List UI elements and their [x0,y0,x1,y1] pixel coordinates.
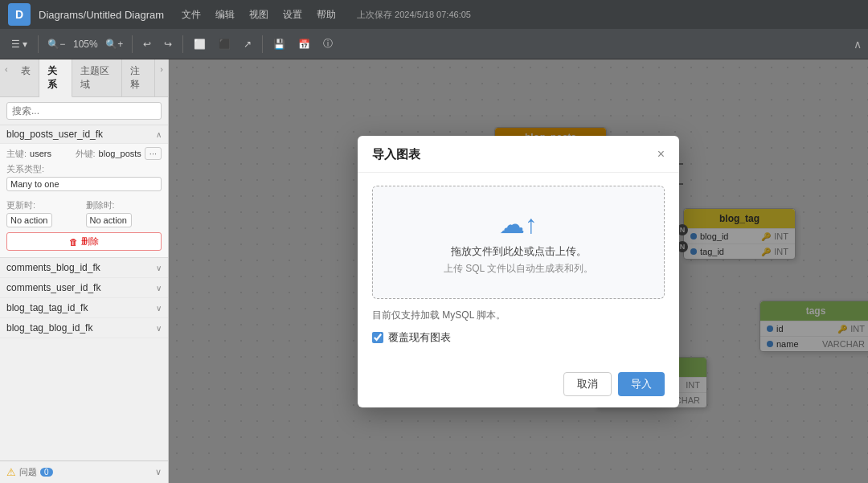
sidebar-next-arrow[interactable]: › [155,59,168,96]
chevron-down-icon: ∨ [156,304,162,313]
title-bar: D Diagrams/Untitled Diagram 文件 编辑 视图 设置 … [0,0,868,29]
overwrite-checkbox[interactable] [372,332,383,343]
issue-badge: 0 [40,468,53,477]
toolbar-sep-3 [182,35,183,53]
menu-settings[interactable]: 设置 [276,6,309,23]
zoom-level: 105% [70,39,100,50]
checkbox-label[interactable]: 覆盖现有图表 [388,330,451,345]
sidebar-prev-arrow[interactable]: ‹ [0,59,13,96]
more-button[interactable]: ··· [145,147,162,160]
modal-overlay: 导入图表 × ☁↑ 拖放文件到此处或点击上传。 上传 SQL 文件以自动生成表和… [169,59,868,483]
sidebar-tab-notes[interactable]: 注释 [122,59,155,96]
delete-icon: 🗑 [69,237,78,247]
sidebar-tab-table[interactable]: 表 [13,59,39,96]
zoom-in-btn[interactable]: 🔍+ [102,37,126,51]
modal-title: 导入图表 [372,147,420,162]
issue-label: 问题 [19,466,37,478]
info-btn[interactable]: ⓘ [318,35,338,53]
relation-type-row: Many to one [6,177,162,191]
redo-btn[interactable]: ↪ [159,36,177,52]
modal-header: 导入图表 × [358,136,679,173]
delete-select[interactable]: No action [86,213,132,227]
list-item[interactable]: comments_user_id_fk ∨ [0,278,168,298]
import-button[interactable]: 导入 [618,372,665,396]
upload-area[interactable]: ☁↑ 拖放文件到此处或点击上传。 上传 SQL 文件以自动生成表和列。 [372,186,665,299]
active-relation-name: blog_posts_user_id_fk ∧ [6,129,162,140]
sidebar-tab-relations[interactable]: 关系 [39,59,72,97]
delete-col: 删除时: No action [86,196,162,227]
chevron-down-icon: ∨ [156,324,162,333]
toolbar-sep-4 [262,35,263,53]
chevron-down-icon: ∨ [156,264,162,272]
sidebar: ‹ 表 关系 主题区域 注释 › blog_posts_user_id_fk ∧… [0,59,169,483]
sidebar-tab-themes[interactable]: 主题区域 [72,59,122,96]
relation-type-label: 关系类型: [6,163,162,175]
warning-icon: ⚠ [6,466,16,478]
update-delete-row: 更新时: No action 删除时: No action [6,196,162,227]
modal-close-btn[interactable]: × [657,148,665,161]
update-select[interactable]: No action [6,213,52,227]
list-item[interactable]: comments_blog_id_fk ∨ [0,258,168,278]
update-label: 更新时: [6,199,83,211]
primary-key-row: 主键: users 外键: blog_posts ··· [6,147,162,160]
sidebar-tabs: ‹ 表 关系 主题区域 注释 › [0,59,168,97]
search-bar [0,97,168,125]
relation-detail: 主键: users 外键: blog_posts ··· 关系类型: Many … [0,144,168,258]
calendar-btn[interactable]: 📅 [293,36,315,52]
relation-tool[interactable]: ↗ [239,36,256,52]
menu-bar: 文件 编辑 视图 设置 帮助 [175,6,342,23]
upload-cloud-icon: ☁↑ [389,209,648,239]
chevron-down-icon: ∨ [156,284,162,293]
menu-help[interactable]: 帮助 [310,6,342,23]
toolbar: ☰ ▾ 🔍− 105% 🔍+ ↩ ↪ ⬜ ⬛ ↗ 💾 📅 ⓘ ∧ [0,29,868,59]
checkbox-row: 覆盖现有图表 [372,330,665,345]
delete-label: 删除时: [86,199,162,211]
active-relation-item[interactable]: blog_posts_user_id_fk ∧ [0,125,168,144]
menu-view[interactable]: 视图 [243,6,275,23]
title-path: Diagrams/Untitled Diagram [39,9,164,21]
other-relations-list: comments_blog_id_fk ∨ comments_user_id_f… [0,258,168,460]
table-tool[interactable]: ⬛ [214,36,235,52]
toolbar-sep-1 [38,35,39,53]
import-modal: 导入图表 × ☁↑ 拖放文件到此处或点击上传。 上传 SQL 文件以自动生成表和… [358,136,679,407]
cancel-button[interactable]: 取消 [563,372,612,396]
main-layout: ‹ 表 关系 主题区域 注释 › blog_posts_user_id_fk ∧… [0,59,868,483]
upload-text: 拖放文件到此处或点击上传。 [389,244,648,259]
app-icon: D [8,3,31,26]
undo-btn[interactable]: ↩ [138,36,156,52]
modal-body: ☁↑ 拖放文件到此处或点击上传。 上传 SQL 文件以自动生成表和列。 目前仅支… [358,173,679,364]
upload-hint: 上传 SQL 文件以自动生成表和列。 [389,262,648,276]
toolbar-menu-btn[interactable]: ☰ ▾ [6,36,32,52]
toolbar-sep-2 [132,35,133,53]
update-col: 更新时: No action [6,196,83,227]
zoom-control: 🔍− 105% 🔍+ [44,37,126,51]
list-item[interactable]: blog_tag_tag_id_fk ∨ [0,298,168,318]
upload-note: 目前仅支持加载 MySQL 脚本。 [372,309,665,322]
list-item[interactable]: blog_tag_blog_id_fk ∨ [0,318,168,338]
toolbar-collapse-btn[interactable]: ∧ [854,38,862,51]
bottom-expand-btn[interactable]: ∨ [155,467,162,477]
search-input[interactable] [6,102,162,120]
active-relation-chevron: ∧ [156,130,162,139]
save-btn[interactable]: 💾 [268,36,290,52]
last-save-label: 上次保存 2024/5/18 07:46:05 [357,9,471,21]
delete-relation-btn[interactable]: 🗑 删除 [6,232,162,251]
modal-footer: 取消 导入 [358,364,679,407]
zoom-out-btn[interactable]: 🔍− [44,37,68,51]
menu-file[interactable]: 文件 [175,6,207,23]
canvas[interactable]: blog_posts id 🔑 INT user_id INT title VA… [169,59,868,483]
select-tool[interactable]: ⬜ [189,36,211,52]
menu-edit[interactable]: 编辑 [209,6,241,23]
bottom-bar: ⚠ 问题 0 ∨ [0,460,168,483]
relation-type-select[interactable]: Many to one [6,177,162,191]
